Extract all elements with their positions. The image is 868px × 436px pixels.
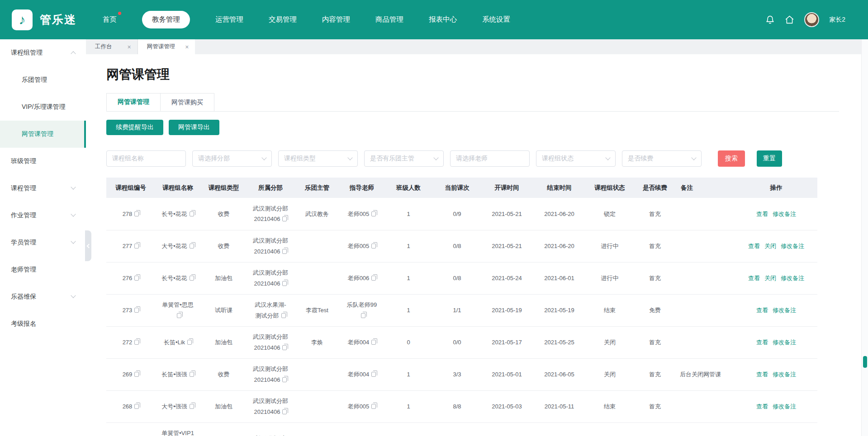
branch-line2: 20210406 bbox=[254, 408, 280, 415]
action-view[interactable]: 查看 bbox=[748, 243, 760, 249]
copy-icon[interactable] bbox=[361, 313, 365, 318]
sidebar-item-0[interactable]: 课程组管理 bbox=[0, 39, 86, 66]
cell-course-group-id bbox=[106, 422, 155, 436]
copy-icon[interactable] bbox=[134, 276, 139, 281]
filter-placeholder: 课程组名称 bbox=[112, 155, 144, 163]
nav-item-6[interactable]: 报表中心 bbox=[429, 11, 457, 28]
copy-icon[interactable] bbox=[371, 404, 376, 409]
action-view[interactable]: 查看 bbox=[748, 275, 760, 281]
filter-select-6[interactable]: 是否续费 bbox=[622, 150, 702, 167]
action-edit-remark[interactable]: 修改备注 bbox=[781, 275, 804, 281]
action-close[interactable]: 关闭 bbox=[764, 243, 776, 249]
copy-icon[interactable] bbox=[190, 276, 194, 281]
nav-item-7[interactable]: 系统设置 bbox=[482, 11, 510, 28]
sidebar-item-8[interactable]: 老师管理 bbox=[0, 256, 86, 283]
filter-input-4[interactable]: 请选择老师 bbox=[450, 150, 530, 167]
filter-select-1[interactable]: 请选择分部 bbox=[192, 150, 272, 167]
renew-remind-export-button[interactable]: 续费提醒导出 bbox=[106, 120, 163, 135]
cell-start-date: 2021-05-21 bbox=[481, 198, 533, 230]
vertical-scrollbar[interactable] bbox=[861, 39, 868, 436]
sidebar-item-5[interactable]: 课程管理 bbox=[0, 175, 86, 202]
copy-icon[interactable] bbox=[134, 372, 139, 377]
action-edit-remark[interactable]: 修改备注 bbox=[773, 371, 796, 378]
user-name[interactable]: 家长2 bbox=[829, 16, 845, 24]
nav-item-4[interactable]: 内容管理 bbox=[322, 11, 350, 28]
sidebar-item-2[interactable]: VIP/乐理课管理 bbox=[0, 94, 86, 121]
brand-logo[interactable]: ♪ bbox=[12, 9, 33, 30]
copy-icon[interactable] bbox=[371, 276, 376, 281]
bell-icon[interactable] bbox=[765, 15, 775, 24]
copy-icon[interactable] bbox=[282, 249, 287, 254]
action-view[interactable]: 查看 bbox=[756, 403, 768, 410]
sidebar-item-4[interactable]: 班级管理 bbox=[0, 148, 86, 175]
copy-icon[interactable] bbox=[134, 404, 139, 409]
copy-icon[interactable] bbox=[190, 211, 194, 216]
tab-course-manage[interactable]: 网管课管理 bbox=[106, 93, 161, 111]
sidebar-collapse-handle[interactable] bbox=[85, 230, 91, 261]
copy-icon[interactable] bbox=[371, 244, 376, 248]
action-edit-remark[interactable]: 修改备注 bbox=[773, 339, 796, 346]
workspace-tab-current[interactable]: 网管课管理 × bbox=[138, 39, 195, 54]
home-icon[interactable] bbox=[785, 15, 794, 24]
action-view[interactable]: 查看 bbox=[756, 307, 768, 314]
copy-icon[interactable] bbox=[282, 281, 287, 286]
branch-line2: 20210406 bbox=[254, 216, 280, 222]
copy-icon[interactable] bbox=[177, 313, 181, 318]
filter-select-2[interactable]: 课程组类型 bbox=[278, 150, 358, 167]
sidebar-item-9[interactable]: 乐器维保 bbox=[0, 283, 86, 310]
action-close[interactable]: 关闭 bbox=[764, 275, 776, 281]
sidebar-item-7[interactable]: 学员管理 bbox=[0, 229, 86, 256]
course-export-button[interactable]: 网管课导出 bbox=[169, 120, 219, 135]
copy-icon[interactable] bbox=[371, 340, 376, 345]
workspace-tab-workbench[interactable]: 工作台 × bbox=[86, 39, 138, 54]
cell-branch: 武汉测试分部20210406 bbox=[247, 262, 294, 294]
copy-icon[interactable] bbox=[190, 404, 194, 409]
close-icon[interactable]: × bbox=[128, 44, 131, 50]
copy-icon[interactable] bbox=[282, 377, 287, 382]
action-view[interactable]: 查看 bbox=[756, 339, 768, 346]
copy-icon[interactable] bbox=[134, 308, 139, 313]
copy-icon[interactable] bbox=[282, 216, 287, 221]
cell-end-date: 2021-05-19 bbox=[533, 294, 586, 326]
sidebar-item-10[interactable]: 考级报名 bbox=[0, 310, 86, 338]
filter-select-3[interactable]: 是否有乐团主管 bbox=[364, 150, 444, 167]
search-button[interactable]: 搜索 bbox=[718, 150, 745, 167]
copy-icon[interactable] bbox=[190, 372, 194, 377]
close-icon[interactable]: × bbox=[185, 44, 189, 50]
reset-button[interactable]: 重置 bbox=[757, 150, 782, 167]
sidebar-item-6[interactable]: 作业管理 bbox=[0, 202, 86, 229]
sidebar-item-label: 学员管理 bbox=[11, 239, 36, 247]
filter-input-0[interactable]: 课程组名称 bbox=[106, 150, 186, 167]
filter-placeholder: 课程组类型 bbox=[284, 155, 316, 163]
copy-icon[interactable] bbox=[371, 372, 376, 377]
tab-course-purchase[interactable]: 网管课购买 bbox=[161, 93, 214, 111]
copy-icon[interactable] bbox=[282, 345, 287, 350]
sidebar-item-3[interactable]: 网管课管理 bbox=[0, 121, 86, 148]
copy-icon[interactable] bbox=[134, 244, 139, 248]
action-edit-remark[interactable]: 修改备注 bbox=[781, 243, 804, 249]
sidebar-item-label: 考级报名 bbox=[11, 320, 36, 328]
action-edit-remark[interactable]: 修改备注 bbox=[773, 307, 796, 314]
cell-band-manager: 武汉教务 bbox=[294, 198, 340, 230]
copy-icon[interactable] bbox=[187, 340, 192, 345]
action-view[interactable]: 查看 bbox=[756, 371, 768, 378]
nav-item-3[interactable]: 交易管理 bbox=[269, 11, 297, 28]
action-edit-remark[interactable]: 修改备注 bbox=[773, 403, 796, 410]
sidebar-item-1[interactable]: 乐团管理 bbox=[0, 66, 86, 94]
copy-icon[interactable] bbox=[281, 313, 286, 318]
action-view[interactable]: 查看 bbox=[756, 211, 768, 217]
copy-icon[interactable] bbox=[134, 340, 139, 345]
action-edit-remark[interactable]: 修改备注 bbox=[773, 211, 796, 217]
copy-icon[interactable] bbox=[134, 211, 139, 216]
user-avatar[interactable] bbox=[804, 12, 819, 27]
nav-item-5[interactable]: 商品管理 bbox=[375, 11, 403, 28]
cell-course-group-type: 加油包 bbox=[200, 390, 247, 422]
copy-icon[interactable] bbox=[371, 211, 376, 216]
copy-icon[interactable] bbox=[190, 244, 194, 248]
filter-select-5[interactable]: 课程组状态 bbox=[536, 150, 616, 167]
nav-item-0[interactable]: 首页 bbox=[103, 11, 117, 28]
nav-item-2[interactable]: 运营管理 bbox=[215, 11, 243, 28]
copy-icon[interactable] bbox=[282, 409, 287, 414]
nav-item-1[interactable]: 教务管理 bbox=[142, 11, 190, 28]
scrollbar-thumb[interactable] bbox=[863, 356, 867, 368]
